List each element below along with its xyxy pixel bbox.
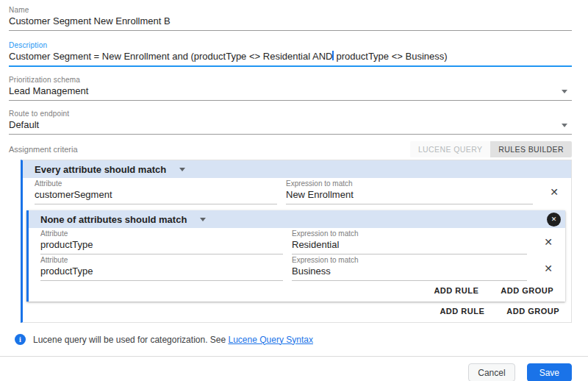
expression-label: Expression to match	[292, 256, 527, 264]
nested-group-condition: None of attributes should match	[40, 214, 187, 225]
attribute-cell: Attribute customerSegment	[35, 179, 277, 204]
add-group-button[interactable]: ADD GROUP	[501, 284, 553, 297]
nested-group-condition-select[interactable]: None of attributes should match ✕	[29, 210, 565, 228]
rule-row: Attribute customerSegment Expression to …	[23, 178, 571, 204]
attribute-label: Attribute	[40, 229, 283, 238]
nested-group-actions: ADD RULE ADD GROUP	[29, 281, 565, 302]
route-to-endpoint-select[interactable]: Default	[9, 118, 572, 135]
delete-rule-button[interactable]: ✕	[541, 261, 556, 276]
attribute-input[interactable]: customerSegment	[35, 188, 277, 201]
note-text: Lucene query will be used for categoriza…	[33, 335, 313, 345]
attribute-cell: Attribute productType	[40, 229, 283, 254]
expression-label: Expression to match	[286, 179, 533, 188]
description-text-after-caret: productType <> Business)	[334, 51, 448, 62]
attribute-label: Attribute	[40, 256, 283, 264]
root-group-actions: ADD RULE ADD GROUP	[23, 302, 571, 322]
root-rule-group: Every attribute should match Attribute c…	[21, 160, 572, 323]
delete-group-button[interactable]: ✕	[547, 213, 561, 227]
chevron-down-icon	[179, 168, 185, 171]
attribute-cell: Attribute productType	[40, 255, 283, 281]
nested-rule-group: None of attributes should match ✕ Attrib…	[26, 210, 565, 302]
root-group-condition-select[interactable]: Every attribute should match	[23, 160, 571, 178]
expression-input[interactable]: New Enrollment	[286, 188, 533, 201]
add-group-button[interactable]: ADD GROUP	[506, 305, 559, 318]
tab-lucene-query[interactable]: LUCENE QUERY	[410, 141, 490, 157]
cancel-button[interactable]: Cancel	[468, 363, 514, 381]
chevron-down-icon	[562, 124, 567, 127]
route-to-endpoint-field: Route to endpoint Default	[9, 110, 572, 135]
attribute-input[interactable]: productType	[40, 264, 283, 277]
chevron-down-icon	[200, 218, 206, 221]
rule-row: Attribute productType Expression to matc…	[29, 254, 565, 281]
delete-rule-button[interactable]: ✕	[547, 185, 562, 199]
info-icon: i	[15, 334, 26, 345]
lucene-info-note: i Lucene query will be used for categori…	[9, 334, 572, 345]
description-label: Description	[9, 41, 572, 49]
assignment-criteria-header: Assignment criteria LUCENE QUERY RULES B…	[9, 140, 572, 158]
lucene-query-syntax-link[interactable]: Lucene Query Syntax	[229, 335, 313, 345]
prioritization-schema-value: Lead Management	[9, 85, 88, 97]
name-label: Name	[9, 6, 572, 14]
note-message: Lucene query will be used for categoriza…	[33, 335, 229, 345]
add-rule-button[interactable]: ADD RULE	[434, 284, 478, 297]
route-to-endpoint-label: Route to endpoint	[9, 110, 572, 118]
assignment-criteria-label: Assignment criteria	[9, 145, 78, 154]
criteria-mode-toggle: LUCENE QUERY RULES BUILDER	[410, 141, 572, 157]
expression-label: Expression to match	[292, 229, 527, 238]
save-button[interactable]: Save	[527, 363, 572, 381]
rule-row: Attribute productType Expression to matc…	[29, 228, 565, 254]
expression-cell: Expression to match New Enrollment	[286, 179, 533, 204]
expression-cell: Expression to match Business	[292, 255, 527, 281]
chevron-down-icon	[562, 90, 567, 93]
attribute-label: Attribute	[35, 179, 277, 188]
expression-input[interactable]: Residential	[292, 238, 527, 251]
description-text-before-caret: Customer Segment = New Enrollment and (p…	[9, 51, 332, 62]
delete-rule-button[interactable]: ✕	[541, 235, 556, 249]
footer-actions: Cancel Save	[9, 357, 572, 381]
add-rule-button[interactable]: ADD RULE	[440, 305, 484, 318]
route-to-endpoint-value: Default	[9, 119, 39, 131]
prioritization-schema-field: Prioritization schema Lead Management	[9, 76, 572, 101]
prioritization-schema-label: Prioritization schema	[9, 76, 572, 84]
expression-input[interactable]: Business	[292, 264, 527, 277]
name-field: Name Customer Segment New Enrollment B	[9, 6, 572, 31]
description-field: Description Customer Segment = New Enrol…	[9, 41, 572, 67]
tab-rules-builder[interactable]: RULES BUILDER	[490, 141, 572, 157]
root-group-condition: Every attribute should match	[35, 164, 166, 175]
routing-rule-form: Name Customer Segment New Enrollment B D…	[0, 0, 588, 381]
prioritization-schema-select[interactable]: Lead Management	[9, 84, 572, 101]
expression-cell: Expression to match Residential	[292, 229, 527, 254]
name-input[interactable]: Customer Segment New Enrollment B	[9, 14, 572, 31]
description-input[interactable]: Customer Segment = New Enrollment and (p…	[9, 49, 572, 67]
attribute-input[interactable]: productType	[40, 238, 283, 251]
